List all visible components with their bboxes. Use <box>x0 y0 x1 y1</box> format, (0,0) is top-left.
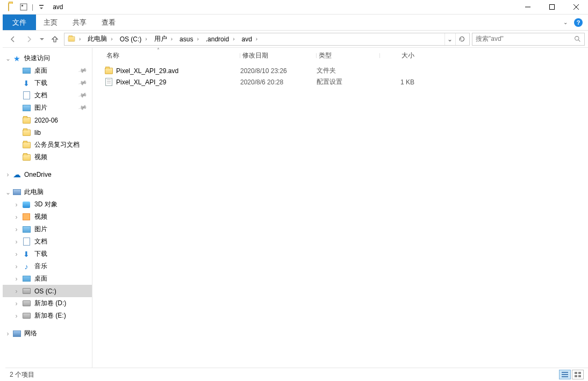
qat-properties-icon[interactable] <box>19 2 28 12</box>
sidebar-item[interactable]: 2020-06 <box>3 114 92 126</box>
chevron-right-icon[interactable]: › <box>13 312 19 320</box>
sidebar-item[interactable]: lib <box>3 126 92 139</box>
recent-locations-button[interactable] <box>38 32 46 46</box>
chevron-down-icon[interactable]: ⌄ <box>5 55 11 62</box>
view-details-button[interactable] <box>559 370 571 379</box>
sidebar-item[interactable]: 文档📌 <box>3 89 92 102</box>
objects3d-icon <box>22 200 31 209</box>
file-list-area: ˄ 名称 修改日期 类型 大小 Pixel_XL_API_29.avd2020/… <box>92 48 588 368</box>
sidebar-item-label: 下载 <box>34 249 47 258</box>
tab-home[interactable]: 主页 <box>36 15 65 30</box>
onedrive-label: OneDrive <box>24 171 52 178</box>
desktop-icon <box>22 67 31 75</box>
close-button[interactable] <box>564 0 588 14</box>
column-date[interactable]: 修改日期 <box>240 51 317 60</box>
sidebar-item[interactable]: ›新加卷 (E:) <box>3 310 92 322</box>
search-placeholder: 搜索"avd" <box>476 34 504 44</box>
tab-view[interactable]: 查看 <box>94 15 123 30</box>
chevron-right-icon[interactable]: › <box>13 275 19 283</box>
svg-rect-2 <box>39 5 44 6</box>
svg-rect-1 <box>21 5 23 6</box>
ribbon: 文件 主页 共享 查看 ⌄ ? <box>3 15 588 31</box>
breadcrumb-seg-2[interactable]: 用户› <box>152 33 176 45</box>
sidebar-item-label: 音乐 <box>34 262 47 271</box>
file-date: 2020/8/6 20:28 <box>240 78 317 86</box>
sidebar-item[interactable]: 视频 <box>3 151 92 163</box>
refresh-button[interactable] <box>455 33 468 45</box>
sidebar-item[interactable]: ›图片 <box>3 223 92 235</box>
sidebar-item[interactable]: ›3D 对象 <box>3 198 92 211</box>
breadcrumb-seg-4[interactable]: .android› <box>204 33 239 45</box>
pin-icon: 📌 <box>78 78 88 88</box>
search-box[interactable]: 搜索"avd" <box>472 33 585 46</box>
window-folder-icon <box>8 3 16 11</box>
navigation-pane: ⌄ ★ 快速访问 桌面📌⬇下载📌文档📌图片📌2020-06lib公务员复习文档视… <box>3 48 92 368</box>
help-icon[interactable]: ? <box>574 18 583 27</box>
file-row[interactable]: Pixel_XL_API_292020/8/6 20:28配置设置1 KB <box>96 76 585 88</box>
chevron-right-icon[interactable]: › <box>13 300 19 307</box>
sidebar-item[interactable]: ›视频 <box>3 211 92 223</box>
sidebar-item[interactable]: ›OS (C:) <box>3 285 92 297</box>
view-large-icons-button[interactable] <box>572 370 584 379</box>
qat-dropdown-icon[interactable] <box>37 2 46 12</box>
onedrive-header[interactable]: › ☁ OneDrive <box>3 169 92 181</box>
sidebar-item-label: 公务员复习文档 <box>34 140 80 149</box>
back-button[interactable] <box>6 32 20 46</box>
breadcrumb-seg-0[interactable]: 此电脑› <box>85 33 116 45</box>
search-icon[interactable] <box>574 35 581 42</box>
sidebar-item-label: 桌面 <box>34 66 47 75</box>
chevron-right-icon[interactable]: › <box>5 171 11 178</box>
column-name[interactable]: 名称 <box>104 51 240 60</box>
chevron-right-icon[interactable]: › <box>13 226 19 233</box>
this-pc-header[interactable]: ⌄ 此电脑 <box>3 186 92 198</box>
sidebar-item[interactable]: ›桌面 <box>3 272 92 285</box>
sidebar-item[interactable]: ›⬇下载 <box>3 248 92 260</box>
column-type[interactable]: 类型 <box>317 51 380 60</box>
chevron-right-icon[interactable]: › <box>13 263 19 270</box>
quick-access-header[interactable]: ⌄ ★ 快速访问 <box>3 52 92 64</box>
sidebar-item-label: 桌面 <box>34 274 47 283</box>
chevron-right-icon[interactable]: › <box>13 213 19 221</box>
file-name: Pixel_XL_API_29 <box>116 78 166 86</box>
forward-button[interactable] <box>22 32 36 46</box>
network-header[interactable]: › 网络 <box>3 327 92 340</box>
title-bar: | avd <box>3 0 588 15</box>
tab-share[interactable]: 共享 <box>65 15 94 30</box>
chevron-right-icon[interactable]: › <box>13 238 19 246</box>
address-bar[interactable]: › 此电脑› OS (C:)› 用户› asus› .android› avd›… <box>64 33 470 46</box>
breadcrumb-seg-1[interactable]: OS (C:)› <box>118 33 151 45</box>
sidebar-item-label: 2020-06 <box>34 117 58 124</box>
breadcrumb-seg-3[interactable]: asus› <box>177 33 203 45</box>
file-name: Pixel_XL_API_29.avd <box>116 67 178 75</box>
minimize-button[interactable] <box>515 0 540 14</box>
svg-rect-0 <box>20 4 27 10</box>
chevron-right-icon[interactable]: › <box>13 287 19 295</box>
sidebar-item[interactable]: ⬇下载📌 <box>3 77 92 89</box>
chevron-right-icon[interactable]: › <box>5 330 11 337</box>
tab-file[interactable]: 文件 <box>3 15 36 30</box>
sidebar-item[interactable]: ›♪音乐 <box>3 260 92 272</box>
folder-icon <box>22 116 31 125</box>
maximize-button[interactable] <box>540 0 564 14</box>
up-button[interactable] <box>48 32 62 46</box>
folder-icon <box>22 141 31 149</box>
sidebar-item[interactable]: ›新加卷 (D:) <box>3 297 92 310</box>
sidebar-item[interactable]: 图片📌 <box>3 102 92 114</box>
breadcrumb-root-icon[interactable]: › <box>66 33 84 45</box>
document-icon <box>22 238 31 246</box>
sidebar-item-label: 新加卷 (D:) <box>34 299 66 308</box>
file-row[interactable]: Pixel_XL_API_29.avd2020/8/10 23:26文件夹 <box>96 65 585 76</box>
chevron-right-icon[interactable]: › <box>13 250 19 258</box>
sidebar-item[interactable]: 公务员复习文档 <box>3 139 92 151</box>
sidebar-item[interactable]: ›文档 <box>3 235 92 248</box>
chevron-down-icon[interactable]: ⌄ <box>5 189 11 196</box>
column-size[interactable]: 大小 <box>380 51 419 60</box>
chevron-right-icon[interactable]: › <box>13 201 19 209</box>
quick-access-label: 快速访问 <box>24 54 50 63</box>
address-dropdown-icon[interactable]: ⌄ <box>444 33 454 45</box>
sidebar-item-label: 文档 <box>34 91 47 100</box>
sidebar-item[interactable]: 桌面📌 <box>3 64 92 77</box>
breadcrumb-seg-5[interactable]: avd› <box>239 33 261 45</box>
cloud-icon: ☁ <box>12 170 21 179</box>
ribbon-collapse-icon[interactable]: ⌄ <box>563 19 568 25</box>
